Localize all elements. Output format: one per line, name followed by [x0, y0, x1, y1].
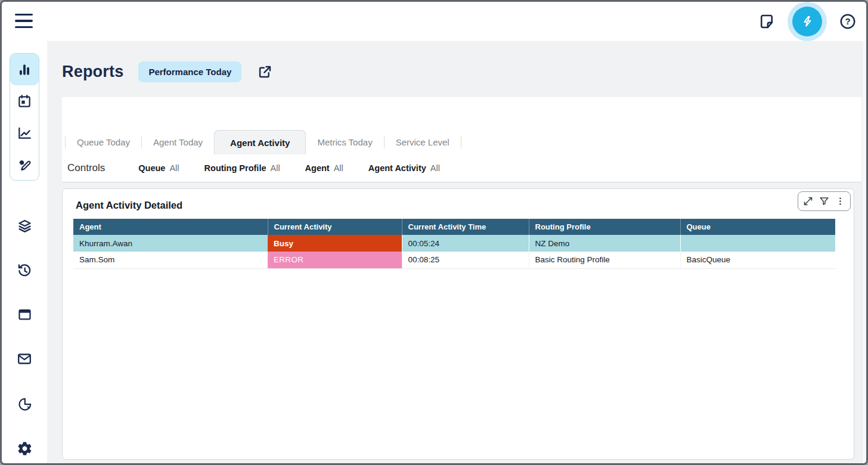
main-content: Reports Performance Today Queue Today Ag… — [47, 41, 866, 463]
sidebar-item-bar-chart[interactable] — [10, 54, 39, 85]
top-bar-actions: ? — [757, 2, 858, 41]
calendar-icon — [17, 94, 32, 109]
page-title: Reports — [62, 63, 123, 81]
tab-metrics-today[interactable]: Metrics Today — [306, 130, 383, 154]
external-link-icon[interactable] — [256, 63, 273, 80]
cell-agent: Sam.Som — [73, 252, 268, 268]
layers-icon — [17, 218, 33, 234]
tab-agent-today[interactable]: Agent Today — [142, 130, 214, 154]
sidebar-item-brush[interactable] — [10, 148, 39, 180]
status-badge-error: ERROR — [268, 252, 402, 268]
brush-icon — [17, 157, 32, 172]
settings-icon — [17, 441, 33, 457]
app-window: ? — [0, 0, 868, 465]
lightning-icon — [792, 7, 822, 36]
expand-icon[interactable] — [800, 193, 816, 209]
page-header: Reports Performance Today — [62, 41, 854, 97]
report-card: Agent Activity Detailed Agent Current Ac… — [62, 188, 854, 460]
hamburger-menu-icon[interactable] — [15, 13, 33, 29]
line-chart-icon — [17, 125, 32, 141]
filter-icon[interactable] — [816, 193, 832, 209]
cell-queue — [680, 235, 835, 252]
sidebar-item-line-chart[interactable] — [10, 117, 39, 148]
table-row: Khurram.Awan Busy 00:05:24 NZ Demo — [73, 235, 835, 252]
tab-service-level[interactable]: Service Level — [385, 130, 461, 154]
sidebar-item-pie-chart[interactable] — [10, 389, 39, 418]
tab-queue-today[interactable]: Queue Today — [66, 130, 141, 154]
tab-agent-activity[interactable]: Agent Activity — [214, 130, 306, 154]
report-title: Agent Activity Detailed — [76, 200, 843, 211]
history-icon — [16, 262, 33, 278]
kebab-menu-icon[interactable] — [832, 193, 848, 209]
sidebar-item-mail[interactable] — [10, 344, 39, 374]
sidebar-item-calendar[interactable] — [10, 85, 39, 117]
filter-queue[interactable]: Queue All — [138, 163, 179, 173]
column-header-agent: Agent — [73, 219, 268, 235]
cell-routing-profile: NZ Demo — [529, 235, 680, 252]
cell-activity-time: 00:05:24 — [402, 235, 529, 252]
column-header-routing-profile: Routing Profile — [529, 219, 680, 235]
note-icon[interactable] — [757, 11, 777, 32]
top-bar: ? — [2, 2, 866, 41]
report-tabs: Queue Today Agent Today Agent Activity M… — [62, 130, 866, 154]
report-badge: Performance Today — [138, 61, 241, 82]
controls-bar: Controls Queue All Routing Profile All A… — [62, 154, 866, 182]
mail-icon — [16, 351, 33, 367]
filter-agent-activity[interactable]: Agent Activity All — [368, 163, 440, 173]
window-icon — [17, 306, 33, 323]
cell-queue: BasicQueue — [680, 252, 835, 268]
sidebar-item-layers[interactable] — [10, 210, 39, 240]
sidebar-item-window[interactable] — [10, 299, 39, 329]
pie-chart-icon — [17, 396, 33, 412]
table-row: Sam.Som ERROR 00:08:25 Basic Routing Pro… — [73, 252, 835, 268]
svg-text:?: ? — [845, 16, 850, 26]
column-header-current-activity: Current Activity — [268, 219, 402, 235]
sidebar-item-settings[interactable] — [10, 433, 39, 463]
table-header-row: Agent Current Activity Current Activity … — [73, 219, 835, 235]
filter-routing-profile[interactable]: Routing Profile All — [204, 163, 280, 173]
help-icon[interactable]: ? — [838, 11, 858, 32]
controls-label: Controls — [67, 162, 105, 174]
lightning-button[interactable] — [788, 2, 827, 41]
cell-activity-time: 00:08:25 — [402, 252, 529, 268]
agent-activity-table: Agent Current Activity Current Activity … — [73, 219, 835, 269]
column-header-current-activity-time: Current Activity Time — [402, 219, 529, 235]
status-badge-busy: Busy — [268, 235, 402, 252]
column-header-queue: Queue — [680, 219, 835, 235]
sidebar-item-history[interactable] — [10, 255, 39, 285]
sidebar-report-group — [10, 53, 39, 181]
card-toolbar — [798, 191, 851, 211]
scrollbar[interactable] — [861, 41, 866, 463]
tabs-panel: Queue Today Agent Today Agent Activity M… — [62, 97, 866, 182]
filter-agent[interactable]: Agent All — [305, 163, 343, 173]
cell-agent: Khurram.Awan — [73, 235, 268, 252]
bar-chart-icon — [17, 62, 32, 78]
sidebar — [2, 41, 47, 463]
cell-routing-profile: Basic Routing Profile — [529, 252, 680, 268]
